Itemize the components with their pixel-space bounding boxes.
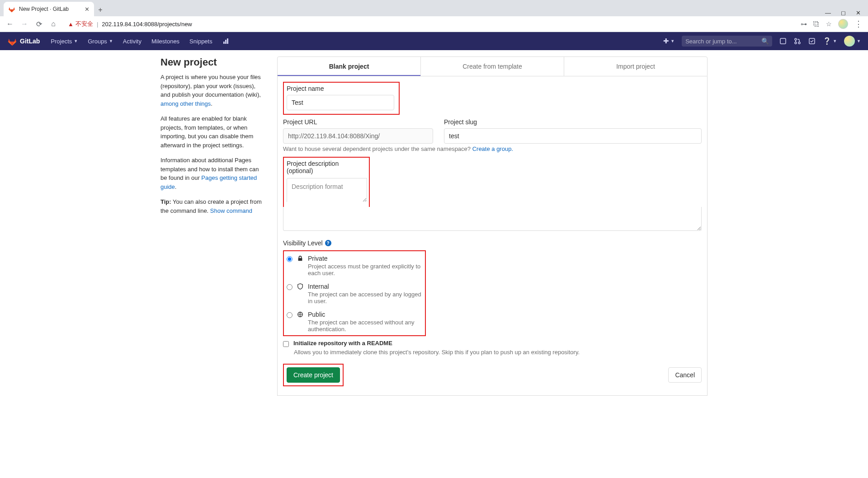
navbar-links: Projects▼ Groups▼ Activity Milestones Sn… — [46, 33, 234, 49]
project-url-label: Project URL — [283, 118, 433, 126]
window-controls: — ◻ ✕ — [825, 9, 868, 16]
initialize-readme-label: Initialize repository with a README — [293, 340, 392, 347]
lock-icon — [297, 255, 303, 262]
merge-requests-icon[interactable] — [794, 37, 801, 45]
sidebar-column: New project A project is where you house… — [160, 56, 264, 396]
sidebar-tip: Tip: You can also create a project from … — [160, 197, 264, 215]
tab-close-icon[interactable]: ✕ — [85, 6, 90, 13]
tab-title: New Project · GitLab — [19, 6, 69, 12]
search-icon: 🔍 — [761, 37, 769, 45]
main-column: Blank project Create from template Impor… — [277, 56, 708, 396]
tab-create-from-template[interactable]: Create from template — [421, 57, 564, 76]
bookmark-star-icon[interactable]: ☆ — [826, 20, 832, 28]
tab-import-project[interactable]: Import project — [564, 57, 707, 76]
svg-rect-3 — [780, 38, 786, 44]
nav-reload-icon[interactable]: ⟳ — [34, 20, 43, 28]
svg-point-6 — [798, 42, 800, 44]
highlight-description: Project description (optional) — [283, 157, 370, 208]
key-icon[interactable]: ⊶ — [801, 20, 807, 28]
visibility-radio-private[interactable] — [287, 256, 292, 262]
create-group-link[interactable]: Create a group. — [472, 145, 513, 152]
visibility-radio-internal[interactable] — [287, 284, 292, 290]
browser-chrome: New Project · GitLab ✕ + — ◻ ✕ ← → ⟳ ⌂ ▲… — [0, 0, 868, 32]
visibility-option-internal[interactable]: Internal The project can be accessed by … — [287, 281, 422, 309]
help-icon[interactable]: ? — [325, 240, 331, 246]
gitlab-navbar: GitLab Projects▼ Groups▼ Activity Milest… — [0, 32, 868, 50]
create-project-button[interactable]: Create project — [287, 367, 340, 383]
page-container: New project A project is where you house… — [160, 50, 708, 396]
sidebar-pages-note: Information about additional Pages templ… — [160, 156, 264, 191]
project-description-label: Project description (optional) — [287, 160, 366, 174]
browser-menu-icon[interactable]: ⋮ — [854, 19, 863, 29]
svg-rect-0 — [223, 42, 225, 44]
url-text: 202.119.84.104:8088/projects/new — [102, 21, 192, 28]
readme-description: Allows you to immediately clone this pro… — [294, 349, 702, 356]
insecure-warning: ▲ 不安全 — [68, 20, 93, 28]
chevron-down-icon: ▼ — [74, 39, 78, 43]
browser-tab[interactable]: New Project · GitLab ✕ — [4, 2, 94, 16]
chevron-down-icon: ▼ — [857, 39, 861, 43]
svg-rect-1 — [225, 40, 226, 44]
sidebar-intro: A project is where you house your files … — [160, 73, 264, 108]
search-input[interactable] — [685, 38, 761, 45]
svg-rect-2 — [227, 38, 228, 44]
sidebar-features-note: All features are enabled for blank proje… — [160, 114, 264, 150]
project-name-input[interactable] — [287, 95, 394, 110]
visibility-option-private[interactable]: Private Project access must be granted e… — [287, 253, 422, 281]
window-close-icon[interactable]: ✕ — [856, 9, 861, 16]
tab-strip: New Project · GitLab ✕ + — ◻ ✕ — [0, 0, 868, 16]
navbar-search[interactable]: 🔍 — [682, 36, 772, 47]
chevron-down-icon: ▼ — [109, 39, 113, 43]
issues-icon[interactable] — [779, 37, 787, 45]
visibility-level-label: Visibility Level ? — [283, 239, 702, 247]
project-url-input[interactable] — [283, 128, 433, 144]
svg-point-5 — [795, 42, 797, 44]
new-tab-button[interactable]: + — [94, 4, 107, 16]
nav-milestones[interactable]: Milestones — [147, 33, 184, 49]
readme-checkbox-row[interactable]: Initialize repository with a README — [283, 340, 702, 347]
nav-activity[interactable]: Activity — [118, 33, 146, 49]
nav-back-icon[interactable]: ← — [5, 20, 14, 28]
profile-avatar-icon[interactable] — [838, 19, 848, 29]
navbar-right: ✚ ▼ 🔍 ❔▼ ▼ — [663, 36, 861, 47]
tab-blank-project[interactable]: Blank project — [278, 57, 421, 76]
project-description-full[interactable] — [283, 207, 702, 231]
project-slug-input[interactable] — [444, 128, 702, 144]
plus-dropdown-icon[interactable]: ✚ ▼ — [663, 37, 675, 45]
chart-icon — [222, 37, 230, 45]
address-bar[interactable]: ▲ 不安全 | 202.119.84.104:8088/projects/new — [63, 20, 795, 28]
user-menu[interactable]: ▼ — [844, 36, 861, 47]
window-maximize-icon[interactable]: ◻ — [841, 9, 846, 16]
gitlab-logo[interactable]: GitLab — [7, 36, 40, 46]
nav-groups[interactable]: Groups▼ — [83, 33, 118, 49]
highlight-visibility: Private Project access must be granted e… — [283, 250, 426, 336]
form-body: Project name Project URL Project slug Wa… — [277, 76, 708, 396]
show-command-link[interactable]: Show command — [210, 207, 252, 214]
window-minimize-icon[interactable]: — — [825, 9, 831, 16]
page-title: New project — [160, 56, 264, 68]
gitlab-favicon — [8, 5, 15, 13]
namespace-hint: Want to house several dependent projects… — [283, 145, 702, 152]
gitlab-logo-icon — [7, 36, 17, 46]
translate-icon[interactable]: ⿻ — [813, 20, 820, 28]
browser-toolbar: ← → ⟳ ⌂ ▲ 不安全 | 202.119.84.104:8088/proj… — [0, 16, 868, 32]
shield-icon — [297, 283, 303, 290]
project-type-tabs: Blank project Create from template Impor… — [277, 56, 708, 76]
among-other-things-link[interactable]: among other things — [160, 100, 211, 107]
project-name-label: Project name — [287, 85, 396, 92]
project-slug-label: Project slug — [444, 118, 702, 126]
visibility-option-public[interactable]: Public The project can be accessed witho… — [287, 309, 422, 334]
cancel-button[interactable]: Cancel — [668, 367, 702, 383]
visibility-radio-public[interactable] — [287, 312, 292, 318]
nav-snippets[interactable]: Snippets — [185, 33, 217, 49]
form-actions: Create project Cancel — [283, 364, 702, 386]
nav-home-icon[interactable]: ⌂ — [49, 20, 58, 28]
nav-forward-icon[interactable]: → — [20, 20, 29, 28]
help-icon[interactable]: ❔▼ — [823, 37, 837, 45]
nav-operations-icon[interactable] — [218, 33, 234, 49]
nav-projects[interactable]: Projects▼ — [46, 33, 82, 49]
todos-icon[interactable] — [808, 37, 816, 45]
initialize-readme-checkbox[interactable] — [283, 341, 289, 347]
project-description-input[interactable] — [287, 178, 367, 202]
toolbar-right-icons: ⊶ ⿻ ☆ ⋮ — [801, 19, 863, 29]
